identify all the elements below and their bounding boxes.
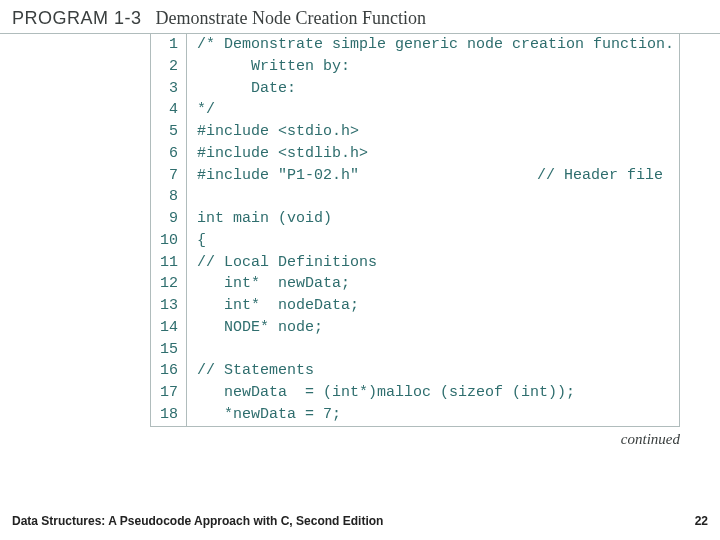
code-text: int main (void): [187, 208, 679, 230]
code-text: #include "P1-02.h": [187, 165, 537, 187]
code-row: 16// Statements: [151, 360, 679, 382]
code-text: newData = (int*)malloc (sizeof (int));: [187, 382, 679, 404]
code-text: // Local Definitions: [187, 252, 679, 274]
line-number: 18: [151, 404, 187, 426]
code-row: 4*/: [151, 99, 679, 121]
code-text: #include <stdio.h>: [187, 121, 679, 143]
code-text: {: [187, 230, 679, 252]
line-number: 3: [151, 78, 187, 100]
line-number: 4: [151, 99, 187, 121]
line-number: 2: [151, 56, 187, 78]
footer-page-number: 22: [695, 514, 708, 528]
code-text: */: [187, 99, 679, 121]
line-number: 14: [151, 317, 187, 339]
code-row: 1/* Demonstrate simple generic node crea…: [151, 34, 679, 56]
line-number: 5: [151, 121, 187, 143]
code-row: 2 Written by:: [151, 56, 679, 78]
continued-label: continued: [0, 427, 720, 448]
code-listing: 1/* Demonstrate simple generic node crea…: [150, 34, 680, 427]
line-number: 13: [151, 295, 187, 317]
page-footer: Data Structures: A Pseudocode Approach w…: [12, 514, 708, 528]
code-row: 8: [151, 186, 679, 208]
code-text: #include <stdlib.h>: [187, 143, 679, 165]
code-row: 10{: [151, 230, 679, 252]
code-row: 15: [151, 339, 679, 361]
code-text: // Statements: [187, 360, 679, 382]
line-number: 1: [151, 34, 187, 56]
code-row: 11// Local Definitions: [151, 252, 679, 274]
line-number: 8: [151, 186, 187, 208]
code-row: 12 int* newData;: [151, 273, 679, 295]
code-row: 5#include <stdio.h>: [151, 121, 679, 143]
code-text: Written by:: [187, 56, 679, 78]
code-row: 14 NODE* node;: [151, 317, 679, 339]
code-text: *newData = 7;: [187, 404, 679, 426]
line-number: 11: [151, 252, 187, 274]
code-text: NODE* node;: [187, 317, 679, 339]
code-row: 6#include <stdlib.h>: [151, 143, 679, 165]
line-number: 9: [151, 208, 187, 230]
code-text: /* Demonstrate simple generic node creat…: [187, 34, 679, 56]
code-row: 18 *newData = 7;: [151, 404, 679, 426]
code-right-comment: // Header file: [537, 165, 679, 187]
line-number: 12: [151, 273, 187, 295]
code-row: 7#include "P1-02.h"// Header file: [151, 165, 679, 187]
line-number: 15: [151, 339, 187, 361]
code-text: int* nodeData;: [187, 295, 679, 317]
program-label: PROGRAM 1-3: [12, 8, 142, 28]
program-header: PROGRAM 1-3 Demonstrate Node Creation Fu…: [0, 0, 720, 34]
code-row: 3 Date:: [151, 78, 679, 100]
code-row: 17 newData = (int*)malloc (sizeof (int))…: [151, 382, 679, 404]
line-number: 10: [151, 230, 187, 252]
line-number: 16: [151, 360, 187, 382]
code-row: 13 int* nodeData;: [151, 295, 679, 317]
footer-book-title: Data Structures: A Pseudocode Approach w…: [12, 514, 383, 528]
code-text: int* newData;: [187, 273, 679, 295]
line-number: 6: [151, 143, 187, 165]
code-row: 9int main (void): [151, 208, 679, 230]
line-number: 7: [151, 165, 187, 187]
code-text: Date:: [187, 78, 679, 100]
program-title: Demonstrate Node Creation Function: [156, 8, 426, 28]
line-number: 17: [151, 382, 187, 404]
